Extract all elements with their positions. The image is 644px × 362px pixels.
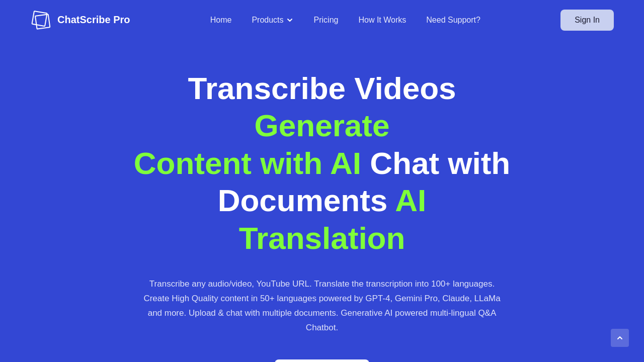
nav-need-support[interactable]: Need Support?	[426, 16, 480, 25]
navbar: ChatScribe Pro Home Products Pricing How…	[0, 0, 644, 40]
brand-name: ChatScribe Pro	[57, 14, 130, 26]
hero-heading: Transcribe Videos GenerateContent with A…	[131, 70, 513, 257]
svg-rect-1	[35, 14, 50, 29]
nav-pricing[interactable]: Pricing	[314, 16, 339, 25]
sign-in-button[interactable]: Sign In	[560, 10, 614, 31]
nav-home[interactable]: Home	[210, 16, 232, 25]
chevron-up-icon	[616, 334, 624, 342]
pricing-link[interactable]: Pricing	[314, 16, 339, 24]
nav-links: Home Products Pricing How It Works Need …	[210, 16, 480, 25]
heading-part1: Transcribe Videos	[188, 71, 456, 106]
heading-highlight1: GenerateContent with AI	[134, 108, 390, 180]
logo-link[interactable]: ChatScribe Pro	[30, 9, 130, 31]
home-link[interactable]: Home	[210, 16, 232, 24]
hero-section: Transcribe Videos GenerateContent with A…	[0, 40, 644, 362]
need-support-link[interactable]: Need Support?	[426, 16, 480, 24]
signup-button[interactable]: Signup Now	[275, 359, 369, 362]
chevron-down-icon	[286, 16, 294, 24]
scroll-up-button[interactable]	[611, 329, 629, 347]
logo-icon	[30, 9, 52, 31]
nav-how-it-works[interactable]: How It Works	[358, 16, 406, 25]
svg-rect-0	[32, 11, 47, 26]
hero-subtext: Transcribe any audio/video, YouTube URL.…	[136, 277, 508, 335]
nav-products[interactable]: Products	[252, 16, 293, 25]
how-it-works-link[interactable]: How It Works	[358, 16, 406, 24]
products-link[interactable]: Products	[252, 16, 283, 25]
products-dropdown[interactable]: Products	[252, 16, 293, 25]
